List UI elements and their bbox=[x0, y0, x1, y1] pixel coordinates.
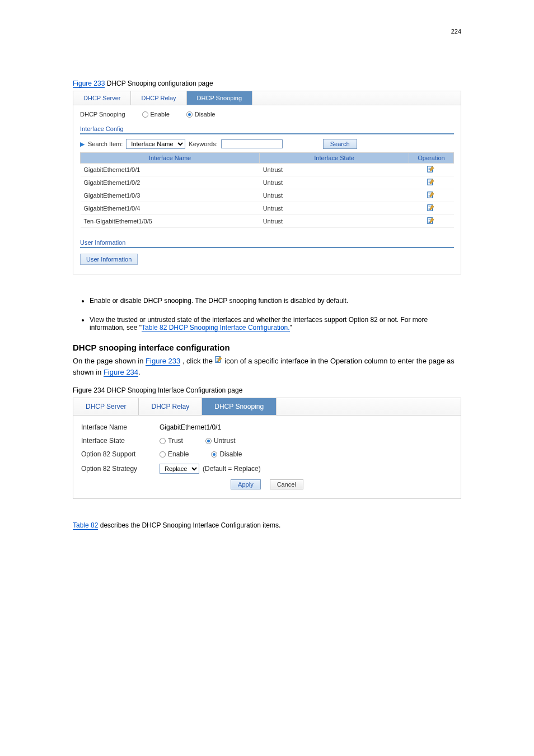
figure-233-ref-link[interactable]: Figure 233 bbox=[146, 357, 180, 366]
opt82-strategy-label: Option 82 Strategy bbox=[81, 465, 160, 473]
cell-interface-name: GigabitEthernet1/0/4 bbox=[81, 202, 260, 215]
opt82-disable-radio[interactable]: Disable bbox=[211, 450, 242, 458]
cancel-button[interactable]: Cancel bbox=[270, 479, 303, 489]
radio-icon bbox=[160, 451, 166, 458]
table-row: GigabitEthernet1/0/2Untrust bbox=[81, 176, 454, 189]
cell-interface-name: GigabitEthernet1/0/1 bbox=[81, 164, 260, 176]
list-item: View the trusted or untrusted state of t… bbox=[90, 316, 461, 332]
interface-config-paragraph: On the page shown in Figure 233 , click … bbox=[73, 356, 461, 377]
table-82-paragraph: Table 82 describes the DHCP Snooping Int… bbox=[73, 521, 461, 529]
table-row: GigabitEthernet1/0/4Untrust bbox=[81, 202, 454, 215]
disable-label: Disable bbox=[195, 111, 216, 118]
radio-icon bbox=[211, 451, 217, 458]
user-info-title: User Information bbox=[80, 239, 454, 248]
tab-bar: DHCP Server DHCP Relay DHCP Snooping bbox=[73, 91, 461, 105]
list-item: Enable or disable DHCP snooping. The DHC… bbox=[90, 297, 461, 305]
untrust-radio[interactable]: Untrust bbox=[205, 437, 236, 445]
bullet-list: Enable or disable DHCP snooping. The DHC… bbox=[73, 297, 461, 332]
cell-interface-name: GigabitEthernet1/0/3 bbox=[81, 189, 260, 202]
enable-radio[interactable]: Enable bbox=[142, 111, 170, 118]
interface-state-label: Interface State bbox=[81, 437, 160, 445]
cell-operation bbox=[409, 215, 453, 228]
interface-name-label: Interface Name bbox=[81, 423, 160, 431]
search-row: ▶ Search Item: Interface Name Keywords: … bbox=[80, 138, 454, 149]
opt82-enable-label: Enable bbox=[168, 450, 189, 458]
search-button[interactable]: Search bbox=[323, 139, 357, 149]
opt82-strategy-select[interactable]: Replace bbox=[160, 464, 199, 474]
edit-icon bbox=[215, 356, 223, 363]
untrust-label: Untrust bbox=[214, 437, 236, 445]
keywords-label: Keywords: bbox=[189, 141, 217, 147]
opt82-disable-label: Disable bbox=[219, 450, 242, 458]
tab-dhcp-server-2[interactable]: DHCP Server bbox=[73, 398, 139, 415]
disable-radio[interactable]: Disable bbox=[186, 111, 216, 118]
interface-config-heading: DHCP snooping interface configuration bbox=[73, 343, 461, 352]
cell-interface-state: Untrust bbox=[260, 189, 409, 202]
figure-233-label: Figure 233 DHCP Snooping configuration p… bbox=[73, 80, 461, 87]
operation-word: Operation bbox=[330, 357, 362, 365]
radio-icon bbox=[142, 111, 148, 118]
search-item-select[interactable]: Interface Name bbox=[126, 139, 185, 149]
cell-operation bbox=[409, 164, 453, 176]
apply-button[interactable]: Apply bbox=[231, 479, 261, 489]
tab-dhcp-snooping[interactable]: DHCP Snooping bbox=[187, 91, 253, 105]
col-interface-state: Interface State bbox=[260, 153, 409, 164]
tab-dhcp-relay-2[interactable]: DHCP Relay bbox=[139, 398, 202, 415]
edit-icon[interactable] bbox=[427, 178, 435, 186]
table-row: Ten-GigabitEthernet1/0/5Untrust bbox=[81, 215, 454, 228]
table-82-link[interactable]: Table 82 bbox=[73, 521, 98, 530]
radio-icon bbox=[205, 438, 212, 444]
cell-interface-state: Untrust bbox=[260, 176, 409, 189]
col-operation: Operation bbox=[409, 153, 453, 164]
cell-interface-state: Untrust bbox=[260, 164, 409, 176]
opt82-support-label: Option 82 Support bbox=[81, 450, 160, 458]
dhcp-snooping-panel: DHCP Server DHCP Relay DHCP Snooping DHC… bbox=[73, 91, 461, 274]
figure-234-label: Figure 234 DHCP Snooping Interface Confi… bbox=[73, 386, 461, 394]
dhcp-snooping-label: DHCP Snooping bbox=[80, 111, 125, 118]
interface-config-panel: DHCP Server DHCP Relay DHCP Snooping Int… bbox=[73, 398, 461, 499]
tab-dhcp-relay[interactable]: DHCP Relay bbox=[131, 91, 186, 105]
search-item-label: Search Item: bbox=[88, 141, 123, 147]
keywords-input[interactable] bbox=[221, 139, 283, 148]
cell-operation bbox=[409, 189, 453, 202]
arrow-icon: ▶ bbox=[80, 141, 85, 148]
tab-bar-2: DHCP Server DHCP Relay DHCP Snooping bbox=[73, 398, 461, 416]
figure-233-link[interactable]: Figure 233 bbox=[73, 80, 105, 88]
interface-table: Interface Name Interface State Operation… bbox=[80, 152, 454, 228]
trust-label: Trust bbox=[168, 437, 183, 445]
cell-interface-name: Ten-GigabitEthernet1/0/5 bbox=[81, 215, 260, 228]
interface-name-value: GigabitEthernet1/0/1 bbox=[160, 423, 221, 431]
edit-icon[interactable] bbox=[427, 165, 435, 173]
col-interface-name: Interface Name bbox=[81, 153, 260, 164]
cell-operation bbox=[409, 202, 453, 215]
tab-dhcp-server[interactable]: DHCP Server bbox=[73, 91, 131, 105]
figure-234-prefix: Figure 234 bbox=[73, 386, 105, 394]
tab-dhcp-snooping-2[interactable]: DHCP Snooping bbox=[202, 398, 277, 415]
opt82-strategy-hint: (Default = Replace) bbox=[203, 465, 261, 473]
figure-234-ref-link[interactable]: Figure 234 bbox=[104, 368, 138, 377]
opt82-enable-radio[interactable]: Enable bbox=[160, 450, 189, 458]
user-info-button[interactable]: User Information bbox=[80, 254, 138, 265]
radio-icon bbox=[160, 438, 166, 444]
table-row: GigabitEthernet1/0/3Untrust bbox=[81, 189, 454, 202]
edit-icon[interactable] bbox=[427, 191, 435, 199]
cell-interface-name: GigabitEthernet1/0/2 bbox=[81, 176, 260, 189]
cell-interface-state: Untrust bbox=[260, 202, 409, 215]
enable-label: Enable bbox=[151, 111, 170, 118]
interface-config-title: Interface Config bbox=[80, 125, 454, 134]
cell-interface-state: Untrust bbox=[260, 215, 409, 228]
cell-operation bbox=[409, 176, 453, 189]
figure-233-caption: DHCP Snooping configuration page bbox=[107, 80, 213, 87]
table-row: GigabitEthernet1/0/1Untrust bbox=[81, 164, 454, 176]
radio-icon bbox=[186, 111, 193, 118]
edit-icon[interactable] bbox=[427, 204, 435, 212]
figure-234-caption: DHCP Snooping Interface Configuration pa… bbox=[107, 386, 243, 394]
edit-icon[interactable] bbox=[427, 217, 435, 225]
page-number: 224 bbox=[0, 28, 534, 35]
trust-radio[interactable]: Trust bbox=[160, 437, 183, 445]
table-82-link-inline[interactable]: Table 82 DHCP Snooping Interface Configu… bbox=[142, 324, 290, 332]
